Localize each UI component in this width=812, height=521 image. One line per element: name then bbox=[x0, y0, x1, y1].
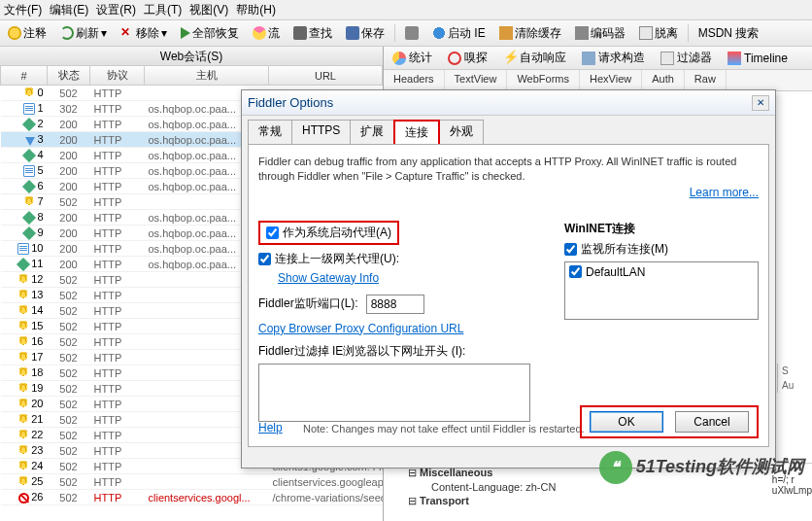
listen-port-input[interactable] bbox=[366, 295, 424, 314]
act-as-system-proxy-checkbox[interactable] bbox=[266, 226, 279, 239]
watermark: ❝51Testing软件测试网 bbox=[599, 451, 804, 484]
restart-note: Note: Changes may not take effect until … bbox=[303, 423, 585, 434]
ok-button[interactable]: OK bbox=[590, 411, 663, 433]
restore-button[interactable]: 全部恢复 bbox=[177, 24, 243, 43]
itab-auth[interactable]: Auth bbox=[642, 70, 685, 90]
tree-transport[interactable]: ⊟ Transport bbox=[408, 494, 793, 508]
show-gateway-info-link[interactable]: Show Gateway Info bbox=[278, 271, 379, 285]
dtab-appearance[interactable]: 外观 bbox=[439, 120, 484, 144]
diam-icon bbox=[22, 118, 36, 131]
detach-button[interactable]: 脱离 bbox=[635, 24, 682, 43]
dtab-connections[interactable]: 连接 bbox=[393, 120, 440, 144]
launch-ie-button[interactable]: 启动 IE bbox=[428, 24, 490, 43]
bypass-textarea[interactable] bbox=[258, 364, 530, 422]
itab-webforms[interactable]: WebForms bbox=[507, 70, 580, 90]
col-host[interactable]: 主机 bbox=[145, 66, 269, 86]
menu-edit[interactable]: 编辑(E) bbox=[50, 2, 88, 18]
stream-icon bbox=[253, 26, 266, 40]
lock-icon bbox=[17, 290, 29, 301]
inspector-tabs: Headers TextView WebForms HexView Auth R… bbox=[384, 70, 812, 91]
cancel-button[interactable]: Cancel bbox=[675, 411, 749, 433]
monitor-all-checkbox[interactable] bbox=[564, 243, 577, 256]
doc-icon bbox=[17, 243, 29, 255]
chain-upstream-label: 连接上一级网关代理(U): bbox=[275, 251, 399, 267]
lock-icon bbox=[17, 445, 29, 457]
side-fragment: S Au bbox=[777, 364, 812, 393]
close-button[interactable]: ✕ bbox=[752, 95, 769, 111]
diam-icon bbox=[17, 258, 30, 271]
dtab-https[interactable]: HTTPS bbox=[291, 120, 351, 144]
ie-icon bbox=[432, 26, 446, 40]
comment-button[interactable]: 注释 bbox=[4, 24, 51, 43]
menu-settings[interactable]: 设置(R) bbox=[96, 2, 136, 18]
dtab-general[interactable]: 常规 bbox=[248, 120, 292, 144]
fiddler-options-dialog: Fiddler Options ✕ 常规 HTTPS 扩展 连接 外观 Fidd… bbox=[241, 89, 776, 469]
magnifier-icon bbox=[448, 52, 461, 65]
right-tabs-bar: 统计 嗅探 ⚡自动响应 请求构造 过滤器 Timeline bbox=[384, 47, 812, 70]
intro-text: Fiddler can debug traffic from any appli… bbox=[258, 155, 759, 184]
menu-file[interactable]: 文件(F) bbox=[4, 2, 42, 18]
default-lan-checkbox[interactable] bbox=[569, 265, 582, 278]
lock-icon bbox=[17, 476, 29, 488]
itab-raw[interactable]: Raw bbox=[685, 70, 727, 90]
tab-composer[interactable]: 请求构造 bbox=[575, 47, 652, 69]
clear-cache-button[interactable]: 清除缓存 bbox=[495, 24, 565, 43]
lightning-icon: ⚡ bbox=[503, 52, 517, 65]
itab-headers[interactable]: Headers bbox=[384, 70, 445, 90]
menu-help[interactable]: 帮助(H) bbox=[236, 2, 276, 18]
refresh-button[interactable]: 刷新▾ bbox=[56, 24, 111, 43]
main-toolbar: 注释 刷新▾ ✕移除▾ 全部恢复 流 查找 保存 启动 IE 清除缓存 编码器 … bbox=[0, 19, 812, 47]
separator bbox=[688, 24, 689, 42]
wininet-heading: WinINET连接 bbox=[564, 221, 759, 237]
col-status[interactable]: 状态 bbox=[48, 66, 90, 86]
lock-icon bbox=[17, 336, 29, 348]
detach-icon bbox=[639, 26, 653, 40]
lock-icon bbox=[23, 87, 35, 99]
col-proto[interactable]: 协议 bbox=[90, 66, 145, 86]
table-row[interactable]: 25502HTTPclientservices.googleapi bbox=[1, 474, 383, 490]
diam-icon bbox=[22, 211, 36, 225]
binoculars-icon bbox=[293, 26, 307, 40]
remove-button[interactable]: ✕移除▾ bbox=[117, 24, 171, 43]
dropdown-icon: ▾ bbox=[161, 26, 167, 40]
menu-view[interactable]: 视图(V) bbox=[189, 2, 228, 18]
menu-tools[interactable]: 工具(T) bbox=[144, 2, 182, 18]
separator bbox=[394, 24, 395, 42]
copy-proxy-url-link[interactable]: Copy Browser Proxy Configuration URL bbox=[258, 322, 463, 335]
tab-timeline[interactable]: Timeline bbox=[721, 49, 795, 68]
col-num[interactable]: # bbox=[1, 66, 48, 86]
diam-icon bbox=[22, 226, 36, 240]
tab-stats[interactable]: 统计 bbox=[386, 47, 439, 69]
sessions-header: Web会话(S) bbox=[0, 47, 383, 66]
itab-textview[interactable]: TextView bbox=[445, 70, 508, 90]
lock-icon bbox=[17, 367, 29, 379]
save-button[interactable]: 保存 bbox=[342, 24, 389, 43]
diam-icon bbox=[22, 149, 36, 162]
table-row[interactable]: 26502HTTPclientservices.googl.../chrome-… bbox=[1, 490, 383, 505]
msdn-search-button[interactable]: MSDN 搜索 bbox=[694, 24, 763, 43]
tools-icon bbox=[575, 26, 589, 40]
diam-icon bbox=[22, 180, 36, 193]
down-icon bbox=[25, 137, 35, 146]
balloon-icon bbox=[8, 26, 21, 40]
chain-upstream-checkbox[interactable] bbox=[258, 253, 271, 265]
tab-filters[interactable]: 过滤器 bbox=[654, 47, 719, 69]
connections-listbox[interactable]: DefaultLAN bbox=[564, 261, 759, 320]
lock-icon bbox=[17, 461, 29, 472]
dialog-buttons: OK Cancel bbox=[580, 405, 759, 438]
pencil-icon bbox=[582, 52, 595, 65]
default-lan-label: DefaultLAN bbox=[586, 265, 645, 279]
itab-hexview[interactable]: HexView bbox=[580, 70, 642, 90]
tab-inspect[interactable]: 嗅探 bbox=[441, 47, 494, 69]
tab-autoresponder[interactable]: ⚡自动响应 bbox=[496, 47, 573, 69]
col-url[interactable]: URL bbox=[269, 66, 383, 86]
stream-button[interactable]: 流 bbox=[249, 24, 284, 43]
encoder-button[interactable]: 编码器 bbox=[571, 24, 629, 43]
learn-more-link[interactable]: Learn more... bbox=[690, 186, 759, 199]
act-as-system-proxy-box: 作为系统启动代理(A) bbox=[258, 221, 399, 245]
help-link[interactable]: Help bbox=[258, 421, 283, 434]
find-button[interactable]: 查找 bbox=[289, 24, 336, 43]
camera-button[interactable] bbox=[401, 25, 423, 41]
lock-icon bbox=[17, 305, 29, 317]
dtab-extensions[interactable]: 扩展 bbox=[350, 120, 394, 144]
